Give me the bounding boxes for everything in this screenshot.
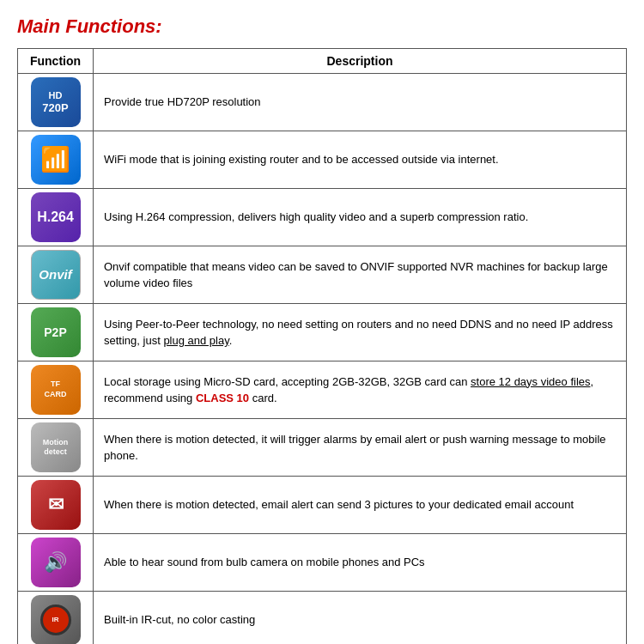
description-cell: Using H.264 compression, delivers high q…: [94, 189, 627, 246]
table-row: H.264Using H.264 compression, delivers h…: [18, 189, 627, 246]
audio-icon: 🔊: [18, 534, 94, 592]
wifi-icon: 📶: [18, 131, 94, 189]
description-cell: When there is motion detected, it will t…: [94, 419, 627, 477]
description-cell: Able to hear sound from bulb camera on m…: [94, 534, 627, 592]
col-function-header: Function: [18, 49, 94, 74]
table-row: TFCARDLocal storage using Micro-SD card,…: [18, 361, 627, 419]
table-row: HD720PProvide true HD720P resolution: [18, 74, 627, 131]
ircut-icon: IR: [18, 592, 94, 645]
p2p-icon: P2P: [18, 304, 94, 361]
page-title: Main Functions:: [17, 15, 627, 38]
table-row: MotiondetectWhen there is motion detecte…: [18, 419, 627, 477]
table-row: 📶WiFi mode that is joining existing rout…: [18, 131, 627, 189]
tf-card-icon: TFCARD: [18, 361, 94, 419]
description-cell: Provide true HD720P resolution: [94, 74, 627, 131]
table-row: ✉When there is motion detected, email al…: [18, 477, 627, 534]
description-cell: When there is motion detected, email ale…: [94, 477, 627, 534]
table-row: 🔊Able to hear sound from bulb camera on …: [18, 534, 627, 592]
motion-detect-icon: Motiondetect: [18, 419, 94, 477]
email-alert-icon: ✉: [18, 477, 94, 534]
h264-icon: H.264: [18, 189, 94, 246]
description-cell: Using Peer-to-Peer technology, no need s…: [94, 304, 627, 361]
description-cell: WiFi mode that is joining existing route…: [94, 131, 627, 189]
functions-table: Function Description HD720PProvide true …: [17, 48, 627, 644]
col-description-header: Description: [94, 49, 627, 74]
onvif-icon: Onvif: [18, 246, 94, 304]
table-row: IRBuilt-in IR-cut, no color casting: [18, 592, 627, 645]
description-cell: Onvif compatible that means video can be…: [94, 246, 627, 304]
description-cell: Local storage using Micro-SD card, accep…: [94, 361, 627, 419]
table-row: OnvifOnvif compatible that means video c…: [18, 246, 627, 304]
table-row: P2PUsing Peer-to-Peer technology, no nee…: [18, 304, 627, 361]
hd720p-icon: HD720P: [18, 74, 94, 131]
description-cell: Built-in IR-cut, no color casting: [94, 592, 627, 645]
